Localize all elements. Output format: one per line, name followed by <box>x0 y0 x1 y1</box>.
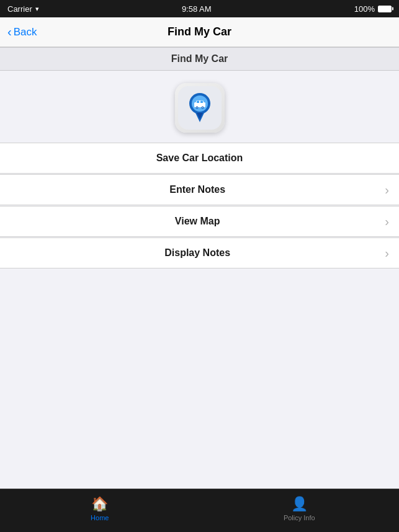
status-time: 9:58 AM <box>182 4 212 14</box>
wifi-icon: ▾ <box>35 5 39 13</box>
view-map-button[interactable]: View Map › <box>0 206 399 237</box>
display-notes-label: Display Notes <box>10 247 385 259</box>
view-map-arrow-icon: › <box>385 215 389 229</box>
tab-policy-info[interactable]: 👤 Policy Info <box>200 489 400 532</box>
display-notes-arrow-icon: › <box>385 246 389 260</box>
enter-notes-label: Enter Notes <box>10 184 385 195</box>
save-car-location-button[interactable]: Save Car Location <box>0 143 399 174</box>
main-content: Find My Car <box>0 47 399 489</box>
enter-notes-button[interactable]: Enter Notes › <box>0 174 399 205</box>
save-car-location-label: Save Car Location <box>10 153 389 164</box>
policy-info-icon: 👤 <box>291 496 308 512</box>
tab-home[interactable]: 🏠 Home <box>0 489 200 532</box>
section-header-text: Find My Car <box>171 53 228 64</box>
menu-section: Save Car Location Enter Notes › View Map… <box>0 143 399 269</box>
status-left: Carrier ▾ <box>7 4 39 14</box>
tab-bar: 🏠 Home 👤 Policy Info <box>0 489 399 532</box>
svg-rect-6 <box>197 101 199 104</box>
section-header: Find My Car <box>0 47 399 71</box>
back-label: Back <box>14 26 37 38</box>
carrier-label: Carrier <box>7 4 32 14</box>
status-bar: Carrier ▾ 9:58 AM 100% <box>0 0 399 17</box>
view-map-label: View Map <box>10 216 385 227</box>
svg-point-10 <box>196 107 197 109</box>
icon-area <box>0 71 399 143</box>
back-chevron-icon: ‹ <box>7 25 12 38</box>
tab-home-label: Home <box>91 514 109 521</box>
svg-point-11 <box>202 107 203 109</box>
nav-title: Find My Car <box>168 25 231 38</box>
app-icon <box>175 83 225 133</box>
nav-bar: ‹ Back Find My Car <box>0 17 399 47</box>
tab-policy-info-label: Policy Info <box>284 514 315 521</box>
status-right: 100% <box>354 4 392 14</box>
battery-percent: 100% <box>354 4 375 14</box>
home-icon: 🏠 <box>91 496 108 512</box>
svg-rect-7 <box>200 101 203 104</box>
display-notes-button[interactable]: Display Notes › <box>0 237 399 268</box>
battery-icon <box>378 6 392 12</box>
back-button[interactable]: ‹ Back <box>7 26 37 38</box>
enter-notes-arrow-icon: › <box>385 183 389 197</box>
